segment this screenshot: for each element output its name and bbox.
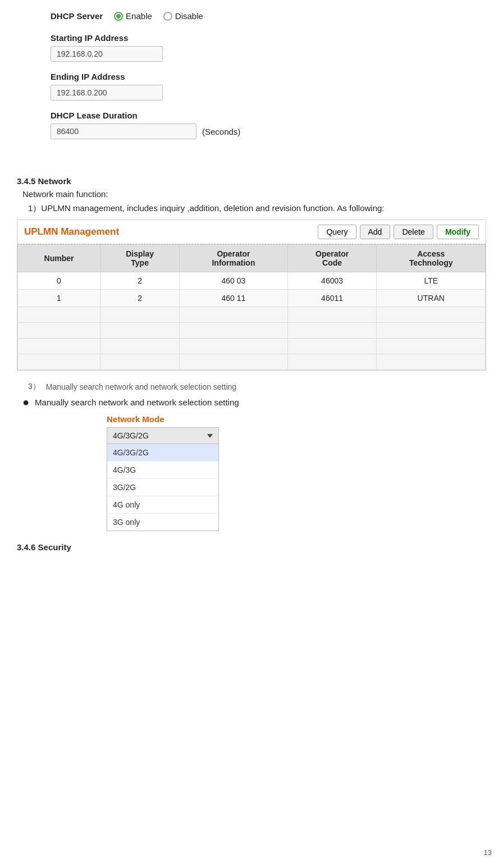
dropdown-arrow-icon — [207, 434, 213, 438]
col-operator-info: OperatorInformation — [180, 245, 288, 272]
modify-button[interactable]: Modify — [437, 225, 479, 239]
col-operator-code: OperatorCode — [287, 245, 377, 272]
dropdown-selected-value: 4G/3G/2G — [113, 431, 149, 440]
table-row: 1 2 460 11 46011 UTRAN — [18, 290, 486, 307]
lease-duration-input[interactable] — [51, 124, 196, 139]
page-number: 13 — [484, 848, 492, 857]
network-mode-container: Network Mode 4G/3G/2G 4G/3G/2G 4G/3G 3G/… — [107, 414, 486, 531]
section-345-desc: Network main function: — [22, 189, 486, 199]
bullet-text: Manually search network and network sele… — [35, 398, 239, 407]
network-mode-label: Network Mode — [107, 414, 486, 424]
col-access-tech: AccessTechnology — [377, 245, 486, 272]
cell-operator-info: 460 11 — [180, 290, 288, 307]
lease-duration-label: DHCP Lease Duration — [51, 111, 486, 120]
uplmn-management-section: UPLMN Management Query Add Delete Modify… — [17, 220, 486, 371]
dropdown-item-3g2g[interactable]: 3G/2G — [107, 479, 218, 496]
section-346: 3.4.6 Security — [17, 542, 486, 552]
add-button[interactable]: Add — [360, 225, 391, 239]
cell-number: 1 — [18, 290, 100, 307]
cell-operator-info: 460 03 — [180, 272, 288, 290]
ending-ip-label: Ending IP Address — [51, 72, 486, 81]
enable-radio-dot — [114, 12, 123, 21]
uplmn-table: Number DisplayType OperatorInformation O… — [17, 244, 486, 370]
network-mode-dropdown[interactable]: 4G/3G/2G 4G/3G/2G 4G/3G 3G/2G 4G only 3G… — [107, 427, 219, 531]
step3-desc: Manually search network and network sele… — [46, 382, 236, 391]
delete-button[interactable]: Delete — [394, 225, 433, 239]
dhcp-server-label: DHCP Server — [51, 11, 103, 21]
query-button[interactable]: Query — [318, 225, 356, 239]
dropdown-item-3gonly[interactable]: 3G only — [107, 514, 218, 531]
seconds-label: (Seconds) — [202, 127, 240, 136]
starting-ip-label: Starting IP Address — [51, 33, 486, 43]
section-345-item1: 1）UPLMN management, includes inquiry ,ad… — [28, 203, 486, 214]
cell-operator-code: 46003 — [287, 272, 377, 290]
bullet-item: ● Manually search network and network se… — [22, 396, 486, 408]
table-row-empty — [18, 323, 486, 339]
uplmn-title: UPLMN Management — [24, 226, 119, 237]
table-row-empty — [18, 354, 486, 370]
dropdown-selected[interactable]: 4G/3G/2G — [107, 428, 218, 444]
dropdown-item-4g3g2g[interactable]: 4G/3G/2G — [107, 444, 218, 462]
step3-row: 3） Manually search network and network s… — [28, 382, 486, 392]
section-346-heading: 3.4.6 Security — [17, 542, 486, 552]
cell-number: 0 — [18, 272, 100, 290]
cell-access-tech: UTRAN — [377, 290, 486, 307]
table-row-empty — [18, 307, 486, 323]
disable-radio[interactable]: Disable — [163, 11, 203, 21]
disable-radio-dot — [163, 12, 172, 21]
table-row: 0 2 460 03 46003 LTE — [18, 272, 486, 290]
cell-display-type: 2 — [100, 272, 180, 290]
section-345-heading: 3.4.5 Network — [17, 176, 486, 186]
table-row-empty — [18, 339, 486, 354]
step3-number: 3） — [28, 382, 40, 392]
enable-radio[interactable]: Enable — [114, 11, 152, 21]
enable-label: Enable — [126, 11, 152, 21]
ending-ip-input[interactable] — [51, 85, 163, 100]
disable-label: Disable — [175, 11, 203, 21]
col-number: Number — [18, 245, 100, 272]
cell-operator-code: 46011 — [287, 290, 377, 307]
dropdown-item-4g3g[interactable]: 4G/3G — [107, 462, 218, 479]
dropdown-item-4gonly[interactable]: 4G only — [107, 496, 218, 514]
bullet-icon: ● — [22, 396, 29, 408]
cell-access-tech: LTE — [377, 272, 486, 290]
cell-display-type: 2 — [100, 290, 180, 307]
col-display-type: DisplayType — [100, 245, 180, 272]
starting-ip-input[interactable] — [51, 46, 163, 62]
